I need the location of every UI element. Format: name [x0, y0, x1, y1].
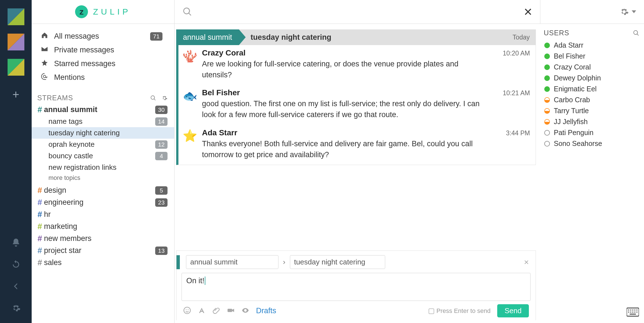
- stream-project-star[interactable]: #project star13: [32, 245, 174, 257]
- compose-box: annual summit › tuesday night catering ×…: [176, 250, 536, 320]
- stream-label: project star: [44, 246, 82, 255]
- user-jj-jellyfish[interactable]: JJ Jellyfish: [544, 116, 640, 127]
- user-name: Enigmatic Eel: [554, 85, 597, 93]
- press-enter-hint[interactable]: Press Enter to send: [429, 307, 490, 315]
- keyboard-shortcuts-icon[interactable]: [627, 307, 639, 318]
- unread-badge: 23: [155, 198, 168, 207]
- topic-name-tags[interactable]: name tags14: [32, 116, 174, 127]
- preview-icon[interactable]: [241, 306, 249, 315]
- workspace-switch-2[interactable]: [8, 34, 24, 50]
- nav-all-messages[interactable]: All messages 71: [36, 29, 166, 43]
- breadcrumb-stream[interactable]: annual summit: [176, 29, 239, 45]
- users-list: Ada StarrBel FisherCrazy CoralDewey Dolp…: [544, 40, 640, 149]
- user-crazy-coral[interactable]: Crazy Coral: [544, 62, 640, 73]
- video-icon[interactable]: [227, 306, 235, 315]
- workspace-switch-1[interactable]: [8, 8, 24, 25]
- stream-marketing[interactable]: #marketing: [32, 220, 174, 233]
- stream-design[interactable]: #design5: [32, 184, 174, 196]
- presence-idle-icon: [544, 119, 550, 125]
- settings-icon[interactable]: [11, 303, 21, 314]
- hash-icon: #: [36, 198, 44, 207]
- attach-icon[interactable]: [212, 306, 220, 315]
- topic-new-registration-links[interactable]: new registration links: [32, 162, 174, 173]
- search-icon: [182, 7, 192, 17]
- users-header-label: USERS: [544, 29, 569, 37]
- drafts-link[interactable]: Drafts: [256, 306, 276, 315]
- user-pati-penguin[interactable]: Pati Penguin: [544, 127, 640, 138]
- topic-label: name tags: [48, 117, 82, 126]
- format-icon[interactable]: [198, 306, 206, 315]
- workspace-switch-3[interactable]: [8, 59, 24, 76]
- stream-settings-icon[interactable]: [161, 95, 168, 101]
- emoji-icon[interactable]: [183, 306, 191, 315]
- send-button[interactable]: Send: [497, 304, 529, 317]
- global-search[interactable]: [175, 0, 540, 24]
- chevron-down-icon: [632, 10, 636, 13]
- topic-bouncy-castle[interactable]: bouncy castle4: [32, 150, 174, 162]
- nav-starred-messages[interactable]: Starred messages: [36, 57, 166, 71]
- topic-tuesday-night-catering[interactable]: tuesday night catering: [32, 127, 174, 139]
- message-sender[interactable]: Bel Fisher: [202, 88, 240, 97]
- compose-stream-input[interactable]: annual summit: [186, 255, 278, 269]
- user-name: Pati Penguin: [554, 129, 594, 137]
- hash-icon: #: [36, 246, 44, 255]
- nav-block: All messages 71 Private messages Starred…: [32, 24, 174, 87]
- users-panel: USERS Ada StarrBel FisherCrazy CoralDewe…: [540, 24, 644, 323]
- user-bel-fisher[interactable]: Bel Fisher: [544, 51, 640, 62]
- message-time: 10:20 AM: [503, 50, 530, 57]
- hash-icon: #: [36, 234, 44, 243]
- svg-rect-13: [632, 310, 633, 311]
- user-enigmatic-eel[interactable]: Enigmatic Eel: [544, 83, 640, 94]
- refresh-icon[interactable]: [11, 260, 21, 270]
- stream-annual-summit[interactable]: #annual summit30: [32, 104, 174, 116]
- message-sender[interactable]: Crazy Coral: [202, 48, 246, 57]
- svg-point-6: [184, 307, 190, 313]
- presence-offline-icon: [544, 130, 550, 136]
- message-text: Thanks everyone! Both full-service and d…: [202, 138, 485, 160]
- top-bar: [175, 0, 644, 24]
- user-carbo-crab[interactable]: Carbo Crab: [544, 94, 640, 105]
- clear-search-icon[interactable]: [524, 8, 532, 16]
- more-topics-link[interactable]: more topics: [32, 173, 174, 184]
- user-tarry-turtle[interactable]: Tarry Turtle: [544, 105, 640, 116]
- settings-menu[interactable]: [540, 0, 644, 24]
- search-users-icon[interactable]: [633, 30, 640, 36]
- add-workspace-button[interactable]: +: [12, 88, 19, 101]
- stream-engineering[interactable]: #engineering23: [32, 196, 174, 208]
- search-streams-icon[interactable]: [150, 95, 156, 101]
- topic-oprah-keynote[interactable]: oprah keynote12: [32, 139, 174, 150]
- presence-online-icon: [544, 43, 550, 48]
- user-ada-starr[interactable]: Ada Starr: [544, 40, 640, 51]
- stream-sales[interactable]: #sales: [32, 257, 174, 269]
- bell-icon[interactable]: [11, 238, 21, 248]
- svg-rect-19: [634, 312, 636, 313]
- avatar: 🐟: [182, 88, 197, 103]
- message-time: 10:21 AM: [503, 89, 530, 97]
- svg-rect-18: [632, 312, 633, 313]
- svg-rect-9: [227, 309, 232, 312]
- svg-point-8: [188, 309, 189, 310]
- topic-label: bouncy castle: [48, 152, 93, 160]
- user-sono-seahorse[interactable]: Sono Seahorse: [544, 138, 640, 149]
- unread-badge: 4: [155, 152, 168, 160]
- app-logo[interactable]: z ZULIP: [32, 0, 174, 24]
- user-dewey-dolphin[interactable]: Dewey Dolphin: [544, 73, 640, 83]
- stream-new-members[interactable]: #new members: [32, 233, 174, 245]
- nav-mentions[interactable]: Mentions: [36, 71, 166, 84]
- message-list: 🪸 Crazy Coral10:20 AM Are we looking for…: [176, 45, 536, 165]
- breadcrumb-topic[interactable]: tuesday night catering: [251, 33, 331, 42]
- unread-badge: 30: [155, 106, 168, 114]
- message-pane: annual summit tuesday night catering Tod…: [175, 24, 540, 323]
- hash-icon: #: [36, 222, 44, 231]
- message-sender[interactable]: Ada Starr: [202, 128, 237, 137]
- nav-private-messages[interactable]: Private messages: [36, 43, 166, 57]
- left-sidebar: z ZULIP All messages 71 Private messages…: [32, 0, 175, 323]
- compose-textarea[interactable]: On it!: [182, 273, 531, 301]
- stream-hr[interactable]: #hr: [32, 208, 174, 220]
- compose-topic-input[interactable]: tuesday night catering: [290, 255, 385, 269]
- compose-close-icon[interactable]: ×: [524, 257, 531, 267]
- back-icon[interactable]: [11, 282, 21, 292]
- checkbox-icon[interactable]: [429, 308, 434, 314]
- stream-label: sales: [44, 258, 62, 267]
- avatar: ⭐: [182, 128, 197, 143]
